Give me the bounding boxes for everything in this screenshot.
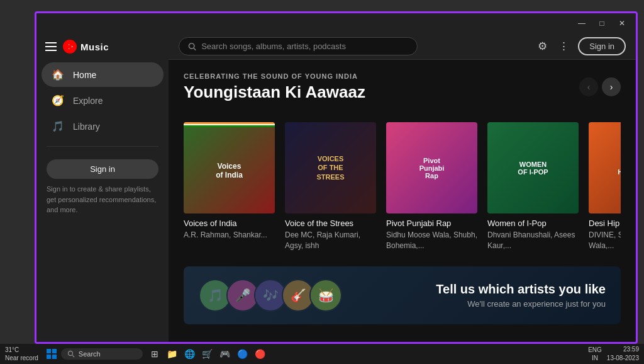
card-image-voices-india: Voicesof India bbox=[184, 122, 275, 213]
card-women-ipop[interactable]: WOMENOF I-POP Women of I-Pop Dhvani Bhan… bbox=[487, 122, 579, 251]
taskbar-icon-ytmusic[interactable]: 🔴 bbox=[253, 347, 267, 361]
avatar-5: 🥁 bbox=[309, 279, 342, 312]
artist-section: 🎵 🎤 🎶 🎸 bbox=[184, 266, 621, 324]
more-options-button[interactable]: ⋮ bbox=[556, 37, 572, 55]
desktop: — □ ✕ bbox=[0, 0, 644, 364]
taskbar-clock: 23:59 13-08-2023 bbox=[607, 345, 639, 363]
taskbar-weather-desc: Near record bbox=[5, 354, 38, 362]
taskbar-icon-edge[interactable]: 🌐 bbox=[183, 347, 197, 361]
app-window: — □ ✕ bbox=[36, 13, 636, 342]
card-title-strees: Voice of the Strees bbox=[285, 219, 376, 228]
taskbar-search-icon bbox=[67, 350, 75, 358]
windows-logo-icon bbox=[47, 349, 57, 359]
content-area: CELEBRATING THE SOUND OF YOUNG INDIA You… bbox=[169, 60, 636, 342]
titlebar: — □ ✕ bbox=[36, 13, 636, 33]
svg-line-6 bbox=[72, 355, 74, 357]
card-subtitle-desi-hiphop: DIVINE, Sidhu Moose Wala,... bbox=[589, 230, 621, 251]
sidebar-item-explore[interactable]: 🧭 Explore bbox=[42, 88, 164, 113]
svg-point-2 bbox=[68, 45, 72, 48]
sidebar-signin-desc: Sign in to create & share playlists, get… bbox=[47, 184, 158, 215]
window-wrapper: — □ ✕ bbox=[35, 11, 638, 344]
card-subtitle-strees: Dee MC, Raja Kumari, Agsy, ishh bbox=[285, 230, 376, 251]
section-header: CELEBRATING THE SOUND OF YOUNG INDIA You… bbox=[184, 72, 621, 112]
home-icon: 🏠 bbox=[52, 69, 64, 81]
card-title-punjabi-rap: Pivot Punjabi Rap bbox=[386, 219, 477, 228]
taskbar-date-value: 13-08-2023 bbox=[607, 354, 639, 363]
taskbar-search[interactable]: Search bbox=[61, 348, 143, 360]
taskbar-icon-store[interactable]: 🛒 bbox=[201, 347, 214, 361]
taskbar-right: ENG IN 23:59 13-08-2023 bbox=[588, 345, 639, 363]
cards-row: Voicesof India Voices of India A.R. Rahm… bbox=[184, 122, 621, 251]
topbar-right: ⚙ ⋮ Sign in bbox=[535, 37, 626, 55]
taskbar-icon-widgets[interactable]: ⊞ bbox=[148, 347, 162, 361]
search-bar[interactable] bbox=[179, 37, 418, 55]
taskbar-time-value: 23:59 bbox=[607, 345, 639, 354]
sidebar-item-explore-label: Explore bbox=[73, 96, 103, 106]
taskbar-icon-chrome[interactable]: 🔵 bbox=[236, 347, 250, 361]
next-arrow-button[interactable]: › bbox=[602, 77, 621, 96]
app-title: Music bbox=[80, 42, 109, 52]
card-image-women-ipop: WOMENOF I-POP bbox=[487, 122, 579, 213]
sidebar-item-library-label: Library bbox=[73, 122, 100, 132]
app-body: Music 🏠 Home 🧭 Explore bbox=[36, 33, 636, 342]
taskbar: 31°C Near record Search ⊞ 📁 🌐 🛒 🎮 🔵 🔴 bbox=[0, 344, 644, 364]
start-button[interactable] bbox=[45, 347, 58, 361]
prev-arrow-button[interactable]: ‹ bbox=[579, 77, 598, 96]
explore-icon: 🧭 bbox=[52, 94, 64, 106]
section-text: CELEBRATING THE SOUND OF YOUNG INDIA You… bbox=[184, 72, 365, 112]
card-voice-strees[interactable]: VOICESOF THESTREES Voice of the Strees D… bbox=[285, 122, 376, 251]
card-subtitle-punjabi-rap: Sidhu Moose Wala, Shubh, Bohemia,... bbox=[386, 230, 477, 251]
card-desi-hiphop[interactable]: DesiHip Hop X Desi Hip Hop X DIVINE, Sid… bbox=[589, 122, 621, 251]
search-icon bbox=[188, 42, 196, 51]
card-subtitle-women-ipop: Dhvani Bhanushali, Asees Kaur,... bbox=[487, 230, 579, 251]
card-title-voices-india: Voices of India bbox=[184, 219, 275, 228]
svg-point-5 bbox=[68, 351, 72, 356]
topbar: ⚙ ⋮ Sign in bbox=[169, 33, 636, 60]
card-image-punjabi-rap: PivotPunjabiRap bbox=[386, 122, 477, 213]
search-input[interactable] bbox=[201, 42, 408, 51]
sidebar: Music 🏠 Home 🧭 Explore bbox=[36, 33, 169, 342]
topbar-signin-button[interactable]: Sign in bbox=[578, 37, 626, 55]
settings-button[interactable]: ⚙ bbox=[535, 37, 550, 55]
sidebar-nav: 🏠 Home 🧭 Explore 🎵 Library bbox=[36, 61, 169, 140]
sidebar-header: Music bbox=[36, 33, 169, 61]
taskbar-icon-xbox[interactable]: 🎮 bbox=[218, 347, 232, 361]
library-icon: 🎵 bbox=[52, 120, 64, 132]
section-subtitle: CELEBRATING THE SOUND OF YOUNG INDIA bbox=[184, 72, 365, 80]
section-title: Youngistaan Ki Aawaaz bbox=[184, 82, 365, 102]
card-title-desi-hiphop: Desi Hip Hop X bbox=[589, 219, 621, 228]
card-punjabi-rap[interactable]: PivotPunjabiRap Pivot Punjabi Rap Sidhu … bbox=[386, 122, 477, 251]
maximize-button[interactable]: □ bbox=[593, 17, 611, 30]
card-title-women-ipop: Women of I-Pop bbox=[487, 219, 579, 228]
card-image-desi-hiphop: DesiHip Hop X bbox=[589, 122, 621, 213]
artist-cta-title: Tell us which artists you like bbox=[436, 282, 606, 297]
sidebar-item-home-label: Home bbox=[73, 70, 96, 80]
sidebar-item-home[interactable]: 🏠 Home bbox=[42, 62, 164, 87]
close-button[interactable]: ✕ bbox=[613, 17, 631, 30]
artist-cta-subtitle: We'll create an experience just for you bbox=[436, 299, 606, 309]
taskbar-icon-files[interactable]: 📁 bbox=[165, 347, 179, 361]
nav-arrows: ‹ › bbox=[579, 77, 621, 96]
taskbar-temperature: 31°C bbox=[5, 346, 38, 354]
svg-line-4 bbox=[194, 48, 196, 50]
card-subtitle-voices-india: A.R. Rahman, Shankar... bbox=[184, 230, 275, 241]
card-voices-india[interactable]: Voicesof India Voices of India A.R. Rahm… bbox=[184, 122, 275, 251]
taskbar-icons: ⊞ 📁 🌐 🛒 🎮 🔵 🔴 bbox=[148, 347, 267, 361]
ytmusic-logo-icon bbox=[63, 40, 77, 54]
taskbar-language: ENG IN bbox=[588, 346, 602, 362]
artist-cta: Tell us which artists you like We'll cre… bbox=[436, 282, 606, 309]
artist-avatars: 🎵 🎤 🎶 🎸 bbox=[199, 279, 342, 312]
sidebar-signin-button[interactable]: Sign in bbox=[47, 159, 158, 179]
sidebar-divider bbox=[47, 146, 158, 147]
titlebar-controls: — □ ✕ bbox=[573, 17, 631, 30]
sidebar-item-library[interactable]: 🎵 Library bbox=[42, 114, 164, 139]
svg-point-3 bbox=[189, 43, 194, 48]
taskbar-search-label: Search bbox=[79, 350, 101, 358]
taskbar-weather: 31°C Near record bbox=[5, 346, 38, 362]
hamburger-icon[interactable] bbox=[45, 42, 57, 51]
minimize-button[interactable]: — bbox=[573, 17, 591, 30]
card-image-strees: VOICESOF THESTREES bbox=[285, 122, 376, 213]
sidebar-signin-section: Sign in Sign in to create & share playli… bbox=[36, 153, 169, 222]
logo-area: Music bbox=[63, 40, 109, 54]
main-area: ⚙ ⋮ Sign in CELEBRATING THE SOUND OF YOU… bbox=[169, 33, 636, 342]
